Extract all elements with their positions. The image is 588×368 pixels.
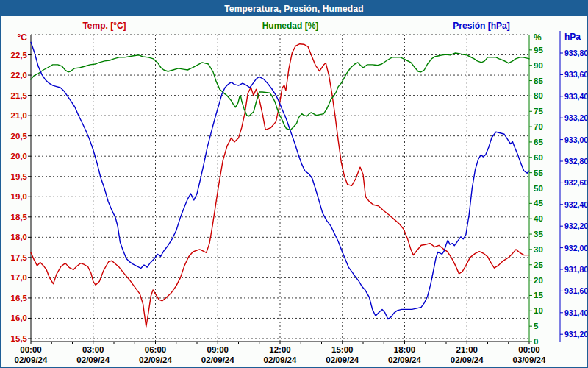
x-tick-time: 03:00 [82,345,104,354]
x-tick-date: 02/09/24 [388,355,421,364]
humidity-tick-label: 0 [534,337,538,346]
temp-tick-label: 19,5 [11,172,28,181]
humidity-tick-label: 60 [534,153,543,162]
humidity-tick-label: 75 [534,107,543,116]
humidity-tick-label: 40 [534,214,543,223]
temp-tick-label: 16,5 [11,294,28,302]
x-tick-time: 09:00 [207,345,229,354]
temp-tick-label: 16,0 [11,314,27,322]
humidity-tick-label: 45 [534,199,543,208]
app-window: Temperatura, Presión, Humedad 22,522,021… [0,0,588,368]
x-tick-date: 03/09/24 [513,355,546,364]
pressure-tick-label: 932,20 [564,222,588,230]
humidity-tick-label: 55 [534,169,543,177]
x-tick-date: 02/09/24 [264,355,297,364]
humidity-tick-label: 50 [534,184,543,193]
temp-tick-label: 15,5 [11,334,28,343]
temp-tick-label: 22,5 [11,51,28,60]
humidity-tick-label: 25 [534,261,543,269]
temp-tick-label: 17,5 [11,253,28,262]
x-tick-time: 06:00 [145,345,166,354]
humidity-tick-label: 30 [534,245,543,254]
humidity-tick-label: 80 [534,91,543,100]
pressure-tick-label: 931,60 [564,286,588,295]
humidity-unit-label: % [534,32,542,43]
plot-area [31,35,529,342]
x-tick-time: 15:00 [331,345,353,354]
temp-tick-label: 18,5 [11,213,28,222]
humidity-tick-label: 65 [534,138,543,146]
humidity-tick-label: 70 [534,122,543,131]
x-tick-time: 18:00 [394,345,415,354]
temp-tick-label: 20,0 [11,152,27,160]
humidity-tick-label: 95 [534,46,543,54]
pressure-tick-label: 932,00 [564,244,588,252]
weather-chart: 22,522,021,521,020,520,019,519,018,518,0… [1,1,588,368]
pressure-tick-label: 933,60 [564,70,588,79]
temp-unit-label: °C [18,32,28,43]
temp-tick-label: 22,0 [11,71,27,79]
x-tick-date: 02/09/24 [15,355,48,364]
humidity-tick-label: 15 [534,291,543,300]
pressure-tick-label: 931,80 [564,265,588,274]
pressure-tick-label: 932,40 [564,200,588,209]
pressure-tick-label: 932,80 [564,157,588,166]
legend-humidity-label: Humedad [%] [262,21,319,31]
pressure-tick-label: 933,40 [564,92,588,101]
temp-tick-label: 21,0 [11,111,27,120]
x-tick-time: 12:00 [269,345,290,354]
x-tick-time: 21:00 [456,345,478,354]
humidity-tick-label: 35 [534,230,543,238]
x-tick-date: 02/09/24 [451,355,484,364]
temp-tick-label: 18,0 [11,233,27,241]
x-tick-date: 02/09/24 [201,355,234,364]
humidity-tick-label: 20 [534,276,543,285]
x-tick-date: 02/09/24 [326,355,359,364]
x-tick-time: 00:00 [518,345,539,354]
temp-tick-label: 21,5 [11,91,28,100]
x-tick-date: 02/09/24 [76,355,110,364]
x-tick-date: 02/09/24 [139,355,172,364]
pressure-tick-label: 931,40 [564,308,588,317]
humidity-tick-label: 85 [534,77,543,85]
temp-tick-label: 19,0 [11,192,27,201]
legend-pressure-label: Presión [hPa] [453,21,509,31]
pressure-tick-label: 932,60 [564,178,588,187]
legend-temp-label: Temp. [°C] [82,21,126,31]
chart-legend: Temp. [°C] Humedad [%] Presión [hPa] [1,21,587,32]
temp-tick-label: 17,0 [11,273,27,282]
humidity-tick-label: 90 [534,61,543,70]
pressure-tick-label: 933,20 [564,113,588,122]
humidity-tick-label: 10 [534,306,543,315]
pressure-tick-label: 933,80 [564,49,588,57]
pressure-tick-label: 931,20 [564,330,588,339]
pressure-tick-label: 933,00 [564,135,588,144]
temp-tick-label: 20,5 [11,132,28,141]
x-tick-time: 00:00 [20,345,41,354]
pressure-unit-label: hPa [564,32,581,42]
humidity-tick-label: 5 [534,322,539,330]
